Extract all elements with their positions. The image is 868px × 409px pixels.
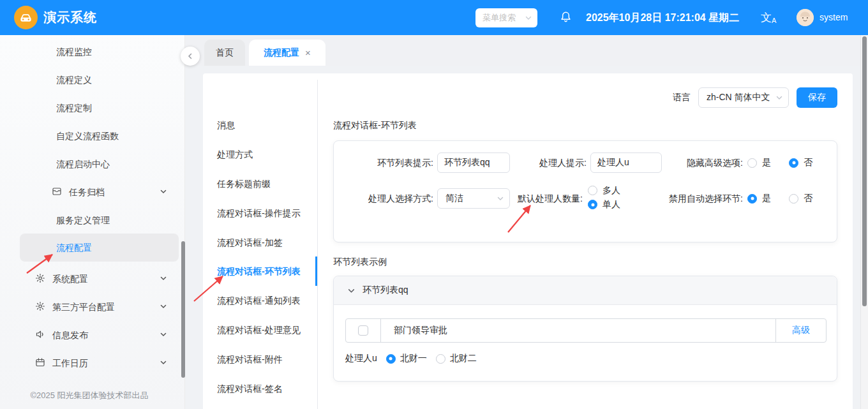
menu-search-select[interactable]: 菜单搜索 <box>475 8 537 27</box>
handler-radio-beicai2[interactable] <box>436 354 445 364</box>
disable-auto-select-yes-label[interactable]: 是 <box>762 193 771 204</box>
handler-option2-label[interactable]: 北财二 <box>450 353 477 364</box>
handler-options-row: 处理人u 北财一 北财二 <box>345 353 477 364</box>
sidebar-scrollbar[interactable] <box>181 241 185 378</box>
sidebar-collapse-button[interactable] <box>181 47 200 66</box>
username-label[interactable]: system <box>819 0 848 35</box>
menu-item-dialog-attachment[interactable]: 流程对话框-附件 <box>203 345 317 374</box>
section-title-example: 环节列表示例 <box>333 257 387 268</box>
node-list-prompt-label: 环节列表提示: <box>334 152 433 173</box>
chevron-down-icon <box>347 286 355 295</box>
language-switch-icon[interactable]: 文A <box>761 10 776 25</box>
speaker-icon <box>35 329 45 339</box>
chevron-down-icon <box>525 14 532 22</box>
advanced-link[interactable]: 高级 <box>775 319 826 342</box>
notification-bell-icon[interactable] <box>559 11 572 26</box>
hide-advanced-radio-group: 是 否 <box>747 152 812 173</box>
user-avatar[interactable] <box>797 9 814 26</box>
chevron-down-icon <box>160 302 167 310</box>
node-list-example-panel: 环节列表qq 部门领导审批 高级 处理人u 北财一 <box>333 276 837 382</box>
sidebar-item-process-definition[interactable]: 流程定义 <box>0 65 185 93</box>
tab-process-config-label: 流程配置 <box>264 47 299 59</box>
handler-radio-beicai1[interactable] <box>386 354 396 364</box>
archive-icon <box>52 186 62 197</box>
sidebar-item-third-party-platform-config[interactable]: 第三方平台配置 <box>0 292 185 320</box>
tab-process-config[interactable]: 流程配置 × <box>249 40 326 66</box>
menu-item-dialog-countersign[interactable]: 流程对话框-加签 <box>203 228 317 257</box>
sidebar-footer-copyright: ©2025 阳光集团体验技术部出品 <box>0 390 179 401</box>
default-handler-count-single-label[interactable]: 单人 <box>602 199 620 211</box>
menu-item-dialog-node-list[interactable]: 流程对话框-环节列表 <box>203 257 317 286</box>
sidebar-item-info-publish[interactable]: 信息发布 <box>0 320 185 348</box>
menu-item-dialog-operation-tip[interactable]: 流程对话框-操作提示 <box>203 198 317 228</box>
settings-content: 流程对话框-环节列表 环节列表提示: 处理人提示: 隐藏高级选项: 是 否 <box>333 73 837 409</box>
sidebar-item-process-customization[interactable]: 流程定制 <box>0 93 185 121</box>
tab-home[interactable]: 首页 <box>204 40 245 66</box>
chevron-down-icon <box>160 188 167 195</box>
tab-close-icon[interactable]: × <box>305 47 311 58</box>
default-handler-count-radio-multi[interactable] <box>588 186 597 195</box>
disable-auto-select-label: 禁用自动选择环节: <box>634 188 743 209</box>
hide-advanced-yes-label[interactable]: 是 <box>762 157 771 168</box>
hide-advanced-no-label[interactable]: 否 <box>804 157 812 168</box>
calendar-icon <box>35 357 45 368</box>
app-title: 演示系统 <box>43 0 97 35</box>
approval-checkbox[interactable] <box>358 325 368 336</box>
example-collapse-header[interactable]: 环节列表qq <box>334 276 837 305</box>
hide-advanced-label: 隐藏高级选项: <box>647 152 743 173</box>
menu-search-placeholder: 菜单搜索 <box>483 12 525 24</box>
menu-item-dialog-handle-opinion[interactable]: 流程对话框-处理意见 <box>203 315 317 345</box>
default-handler-count-label: 默认处理人数量: <box>487 188 583 209</box>
menu-item-dialog-signature[interactable]: 流程对话框-签名 <box>203 374 317 403</box>
gear-icon <box>35 273 45 283</box>
app-window: 演示系统 菜单搜索 2025年10月28日 17:21:04 星期二 文A <box>0 0 868 409</box>
approval-checkbox-cell <box>346 319 381 342</box>
process-config-card: 语言 zh-CN 简体中文 保存 消息 处理方式 任务标题前缀 流程对话框-操作… <box>203 73 853 409</box>
menu-item-dialog-notify-list[interactable]: 流程对话框-通知列表 <box>203 286 317 315</box>
sidebar-item-work-calendar[interactable]: 工作日历 <box>0 348 185 376</box>
hide-advanced-radio-yes[interactable] <box>747 158 757 168</box>
sidebar-item-service-definition-management[interactable]: 服务定义管理 <box>0 205 185 234</box>
node-list-form-panel: 环节列表提示: 处理人提示: 隐藏高级选项: 是 否 处理人选择方式: <box>333 140 837 242</box>
top-header-bar: 演示系统 菜单搜索 2025年10月28日 17:21:04 星期二 文A <box>0 0 868 35</box>
handler-select-mode-label: 处理人选择方式: <box>334 188 433 209</box>
chevron-down-icon <box>160 331 167 338</box>
disable-auto-select-radio-no[interactable] <box>789 194 798 204</box>
handler-prompt-label: 处理人提示: <box>491 152 587 173</box>
chevron-left-icon <box>186 52 194 60</box>
settings-menu-divider <box>317 80 318 409</box>
example-panel-title: 环节列表qq <box>363 285 408 296</box>
hide-advanced-radio-no[interactable] <box>789 158 798 168</box>
approval-node-name: 部门领导审批 <box>381 319 775 342</box>
sidebar-nav: 流程监控 流程定义 流程定制 自定义流程函数 流程启动中心 任务归档 服务定义管… <box>0 35 185 409</box>
default-handler-count-multi-label[interactable]: 多人 <box>602 185 620 197</box>
disable-auto-select-radio-yes[interactable] <box>747 194 757 204</box>
menu-item-handle-mode[interactable]: 处理方式 <box>203 140 317 169</box>
handler-option1-label[interactable]: 北财一 <box>400 353 427 364</box>
active-menu-indicator <box>315 257 317 286</box>
handler-label: 处理人u <box>345 353 377 364</box>
main-content-area: 语言 zh-CN 简体中文 保存 消息 处理方式 任务标题前缀 流程对话框-操作… <box>185 66 860 409</box>
car-icon <box>19 10 33 25</box>
gear-icon <box>35 301 45 311</box>
sidebar-item-process-start-center[interactable]: 流程启动中心 <box>0 149 185 177</box>
menu-item-task-title-prefix[interactable]: 任务标题前缀 <box>203 169 317 198</box>
datetime-display: 2025年10月28日 17:21:04 星期二 <box>586 0 739 35</box>
sidebar-item-task-archive[interactable]: 任务归档 <box>0 177 185 205</box>
sidebar-item-custom-process-function[interactable]: 自定义流程函数 <box>0 121 185 149</box>
sidebar-item-process-monitor[interactable]: 流程监控 <box>0 37 185 65</box>
tab-home-label: 首页 <box>216 47 234 59</box>
default-handler-count-radio-single[interactable] <box>588 200 597 209</box>
chevron-down-icon <box>160 359 167 366</box>
sidebar-item-system-config[interactable]: 系统配置 <box>0 264 185 292</box>
default-handler-count-radio-group: 多人 单人 <box>588 186 620 209</box>
approval-node-row: 部门领导审批 高级 <box>345 318 827 343</box>
chevron-down-icon <box>160 274 167 282</box>
section-title-node-list: 流程对话框-环节列表 <box>333 120 417 131</box>
page-scrollbar[interactable] <box>862 36 867 306</box>
disable-auto-select-no-label[interactable]: 否 <box>804 193 812 204</box>
sidebar-item-process-config[interactable]: 流程配置 <box>20 234 179 262</box>
disable-auto-select-radio-group: 是 否 <box>747 188 812 209</box>
app-logo[interactable] <box>14 6 38 29</box>
menu-item-message[interactable]: 消息 <box>203 110 317 140</box>
